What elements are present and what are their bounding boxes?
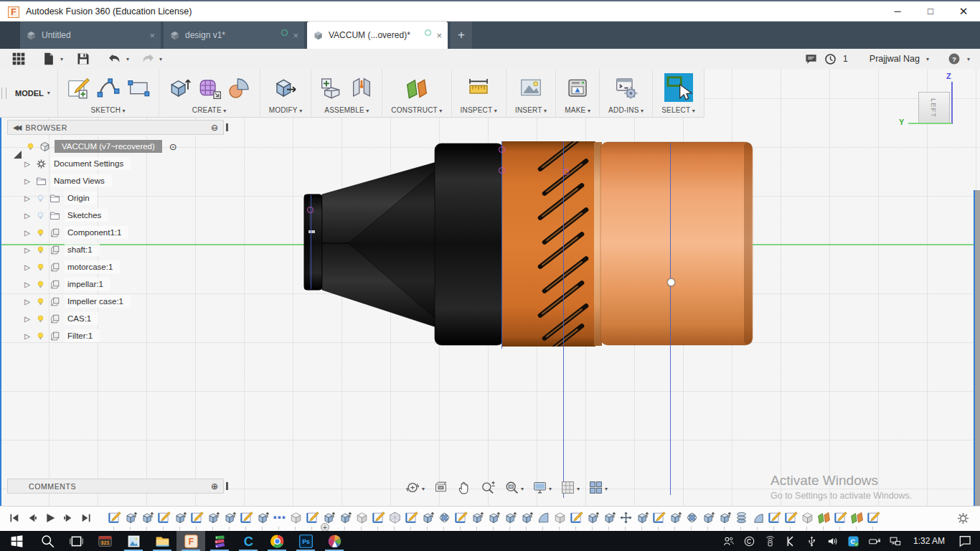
timeline-feature-sketch[interactable] xyxy=(834,510,847,525)
taskbar-search-icon[interactable] xyxy=(33,531,62,551)
timeline-feature-revolve[interactable] xyxy=(537,510,550,525)
spline-tool-icon[interactable] xyxy=(97,76,120,99)
browser-item-document-settings[interactable]: Document Settings xyxy=(13,155,228,172)
new-tab-button[interactable] xyxy=(451,22,472,49)
ribbon-drag-handle[interactable] xyxy=(0,69,8,117)
timeline-feature-extrude[interactable] xyxy=(141,510,154,525)
ribbon-group-label[interactable]: INSERT xyxy=(515,106,547,114)
workspace-switcher[interactable]: MODEL xyxy=(8,69,57,117)
taskbar-photos-icon[interactable] xyxy=(119,531,148,551)
visibility-bulb-icon[interactable] xyxy=(36,262,45,273)
taskbar-fusion-360-icon[interactable]: F xyxy=(176,531,205,551)
close-button[interactable]: ✕ xyxy=(947,1,980,22)
collapsed-arrow-icon[interactable] xyxy=(23,281,32,288)
tab-close-icon[interactable] xyxy=(293,30,298,41)
extrude-tool-icon[interactable] xyxy=(168,76,191,99)
timeline-feature-box[interactable] xyxy=(289,510,303,525)
tray-volume-icon[interactable] xyxy=(824,531,842,551)
user-menu[interactable]: Prajjwal Nag xyxy=(870,54,920,64)
help-icon[interactable]: ? xyxy=(948,52,961,65)
user-menu-caret-icon[interactable] xyxy=(926,56,929,62)
select-tool-icon[interactable] xyxy=(664,73,693,102)
timeline-feature-sketch[interactable] xyxy=(454,510,468,525)
timeline-feature-sketch[interactable] xyxy=(240,510,253,525)
visibility-bulb-icon[interactable] xyxy=(36,296,45,307)
timeline-feature-extrude[interactable] xyxy=(421,510,435,525)
taskbar-photoshop-icon[interactable]: Ps xyxy=(291,531,320,551)
fit-nav-button[interactable] xyxy=(502,480,526,495)
vacuum-3d-model[interactable] xyxy=(301,138,757,352)
collapsed-arrow-icon[interactable] xyxy=(23,332,32,340)
collapsed-arrow-icon[interactable] xyxy=(23,229,32,237)
tray-kaspersky-icon[interactable] xyxy=(783,531,800,551)
browser-panel-grip[interactable] xyxy=(226,123,228,131)
timeline-feature-sketch[interactable] xyxy=(867,510,880,525)
ribbon-group-label[interactable]: CREATE xyxy=(192,106,227,114)
selection-point[interactable] xyxy=(667,278,675,286)
browser-item-motorcase-1[interactable]: motorcase:1 xyxy=(13,258,228,276)
expand-triangle-icon[interactable] xyxy=(13,143,22,151)
taskbar-chrome-icon[interactable] xyxy=(263,531,291,551)
tray-creative-cloud-icon[interactable] xyxy=(741,531,758,551)
timeline-feature-extrude[interactable] xyxy=(504,510,517,525)
timeline-feature-extrude[interactable] xyxy=(174,510,187,525)
timeline-feature-extrude[interactable] xyxy=(471,510,484,525)
collapsed-arrow-icon[interactable] xyxy=(23,177,32,185)
timeline-feature-extrude[interactable] xyxy=(520,510,534,525)
visibility-bulb-icon[interactable] xyxy=(36,245,45,255)
look-at-nav-button[interactable] xyxy=(431,480,451,495)
timeline-feature-sketch[interactable] xyxy=(652,510,666,525)
browser-item-named-views[interactable]: Named Views xyxy=(13,172,228,189)
timeline-feature-extrude[interactable] xyxy=(586,510,600,525)
document-tab-3[interactable]: VACCUM (...overed)* xyxy=(307,22,448,49)
pan-nav-button[interactable] xyxy=(455,480,474,495)
maximize-button[interactable]: □ xyxy=(914,1,947,22)
timeline-feature-extrude[interactable] xyxy=(207,510,220,525)
go-to-start-icon[interactable] xyxy=(9,512,20,524)
visibility-bulb-icon[interactable] xyxy=(36,314,45,324)
orbit-nav-button[interactable] xyxy=(403,480,427,495)
display-settings-nav-button[interactable] xyxy=(530,480,554,495)
timeline-feature-extrude[interactable] xyxy=(256,510,270,525)
visibility-bulb-icon[interactable] xyxy=(36,227,45,238)
timeline-feature-sketch[interactable] xyxy=(372,510,385,525)
sweep-tool-icon[interactable] xyxy=(228,76,251,99)
timeline-feature-extrude[interactable] xyxy=(603,510,616,525)
timeline-feature-sketch[interactable] xyxy=(570,510,583,525)
undo-caret-icon[interactable] xyxy=(126,56,129,62)
browser-item-component1-1[interactable]: Component1:1 xyxy=(13,224,228,241)
zoom-nav-button[interactable] xyxy=(479,480,498,495)
browser-item-filter-1[interactable]: Filter:1 xyxy=(13,327,228,344)
timeline-feature-extrude[interactable] xyxy=(124,510,138,525)
action-center-icon[interactable] xyxy=(954,531,976,551)
tab-close-icon[interactable] xyxy=(149,30,155,41)
taskbar-start-icon[interactable] xyxy=(0,531,33,551)
collapsed-arrow-icon[interactable] xyxy=(23,263,32,271)
joint-tool-icon[interactable] xyxy=(350,76,373,99)
timeline-feature-move[interactable] xyxy=(619,510,633,525)
collapsed-arrow-icon[interactable] xyxy=(23,298,32,306)
step-forward-icon[interactable] xyxy=(62,512,74,524)
taskbar-ccleaner-icon[interactable]: C xyxy=(234,531,263,551)
measure-tool-icon[interactable] xyxy=(467,76,490,99)
timeline-feature-sketch[interactable] xyxy=(784,510,798,525)
timeline-feature-sketch[interactable] xyxy=(768,510,781,525)
timeline-feature-extrude[interactable] xyxy=(339,510,352,525)
file-caret-icon[interactable] xyxy=(60,56,63,62)
orbit-caret-icon[interactable] xyxy=(422,486,425,492)
form-tool-icon[interactable] xyxy=(198,76,221,99)
document-tab-1[interactable]: Untitled xyxy=(20,22,161,49)
taskbar-winrar-icon[interactable] xyxy=(205,531,234,551)
taskbar-file-explorer-icon[interactable] xyxy=(148,531,176,551)
visibility-bulb-icon[interactable] xyxy=(36,331,45,342)
comments-panel-header[interactable]: COMMENTS xyxy=(7,479,224,494)
ribbon-group-label[interactable]: ASSEMBLE xyxy=(324,106,369,114)
rectangle-tool-icon[interactable] xyxy=(127,76,150,99)
go-to-end-icon[interactable] xyxy=(80,512,92,524)
browser-item-impellar-1[interactable]: impellar:1 xyxy=(13,276,228,293)
taskbar-task-view-icon[interactable] xyxy=(62,531,90,551)
taskbar-picasa-icon[interactable] xyxy=(320,531,349,551)
timeline-feature-extrude[interactable] xyxy=(718,510,732,525)
ribbon-group-label[interactable]: INSPECT xyxy=(461,106,497,114)
scripts-addins-tool-icon[interactable] xyxy=(615,76,638,99)
